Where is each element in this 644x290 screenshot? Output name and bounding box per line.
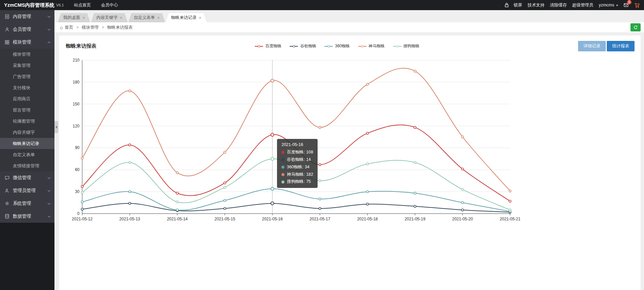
svg-text:150: 150: [73, 102, 79, 106]
sidebar-item-carousel[interactable]: 轮播图管理: [0, 116, 54, 127]
chevron-down-icon: ▾: [616, 3, 618, 7]
tab-desktop[interactable]: 我的桌面 ×: [58, 13, 90, 22]
svg-text:210: 210: [73, 58, 79, 63]
stats-report-button[interactable]: 统计报表: [607, 41, 635, 51]
svg-text:2021-05-12: 2021-05-12: [72, 217, 93, 221]
svg-text:2021-05-21: 2021-05-21: [500, 217, 521, 221]
submenu-label: 内容关键字: [13, 130, 35, 135]
sidebar-item-spider-log[interactable]: 蜘蛛来访记录: [0, 138, 54, 149]
mail-badge: 0: [627, 0, 631, 4]
user-icon: [4, 27, 10, 32]
close-icon[interactable]: ×: [83, 16, 85, 20]
tab-spider-log[interactable]: 蜘蛛来访记录 ×: [166, 13, 207, 22]
clear-cache-link[interactable]: 清除缓存: [550, 2, 567, 8]
sidebar-item-system-manage[interactable]: 系统管理: [0, 197, 54, 210]
legend-item-sogou[interactable]: 搜狗蜘蛛: [393, 43, 420, 49]
sidebar-item-data-manage[interactable]: 数据管理: [0, 210, 54, 223]
grid-icon: [4, 40, 10, 45]
chat-bubble-icon: [4, 175, 10, 180]
tab-label: 蜘蛛来访记录: [171, 15, 197, 21]
chevron-down-icon: [48, 27, 50, 30]
detail-records-button[interactable]: 详细记录: [578, 41, 606, 51]
chart-area: 03060901201501802102021-05-122021-05-132…: [59, 53, 641, 227]
sidebar-item-label: 微信管理: [13, 175, 31, 181]
sidebar-footer-area: [0, 223, 54, 290]
nav-site-home[interactable]: 站点首页: [74, 2, 91, 8]
sidebar-item-messages[interactable]: 留言管理: [0, 104, 54, 116]
document-icon: [4, 14, 10, 19]
svg-text:2021-05-18: 2021-05-18: [357, 217, 378, 221]
legend-item-shenma[interactable]: 神马蜘蛛: [358, 43, 385, 49]
tab-label: 内容关键字: [96, 15, 118, 21]
chevron-down-icon: [48, 214, 50, 217]
tab-custom-form[interactable]: 自定义表单 ×: [129, 13, 165, 22]
svg-text:2021-05-20: 2021-05-20: [452, 217, 473, 221]
sidebar-item-content-keywords[interactable]: 内容关键字: [0, 127, 54, 138]
sidebar-item-label: 系统管理: [13, 200, 31, 207]
close-icon[interactable]: ×: [120, 16, 122, 20]
legend-marker-icon: [290, 46, 298, 47]
sidebar-item-custom-form[interactable]: 自定义表单: [0, 149, 54, 160]
mail-button[interactable]: 0: [623, 2, 629, 8]
breadcrumb-module-manage: 模块管理: [73, 25, 98, 30]
legend-item-360[interactable]: 360蜘蛛: [324, 43, 350, 49]
submenu-label: 采集管理: [13, 63, 30, 68]
chevron-left-icon: [55, 126, 57, 128]
sidebar-item-ads[interactable]: 广告管理: [0, 71, 54, 82]
sidebar-item-label: 数据管理: [13, 213, 31, 219]
submenu-label: 广告管理: [13, 74, 30, 79]
database-icon: [4, 214, 10, 219]
legend-label: 神马蜘蛛: [369, 43, 385, 49]
tab-content-keywords[interactable]: 内容关键字 ×: [91, 13, 128, 22]
username-label: yzmcms: [599, 3, 614, 7]
page-title: 蜘蛛来访报表: [66, 43, 96, 49]
home-icon: ⌂: [60, 25, 63, 30]
sidebar-item-module[interactable]: 模块管理: [0, 49, 54, 60]
cart-button[interactable]: [634, 2, 640, 8]
sidebar-item-admin-manage[interactable]: 管理员管理: [0, 184, 54, 197]
refresh-icon: [633, 25, 638, 30]
sidebar-item-label: 管理员管理: [13, 188, 36, 194]
refresh-button[interactable]: [630, 23, 641, 31]
chevron-down-icon: [48, 189, 50, 191]
support-link[interactable]: 技术支持: [528, 2, 545, 8]
tab-label: 我的桌面: [63, 15, 80, 21]
submenu-label: 模块管理: [13, 52, 30, 57]
lock-screen-button[interactable]: 锁屏: [504, 2, 522, 8]
role-label: 超级管理员: [572, 2, 594, 8]
sidebar-item-label: 内容管理: [13, 14, 31, 20]
sidebar-item-friend-links[interactable]: 友情链接管理: [0, 160, 54, 171]
card-header: 蜘蛛来访报表 百度蜘蛛 谷歌蜘蛛 360蜘蛛: [59, 35, 641, 53]
sidebar-item-payment[interactable]: 支付模块: [0, 82, 54, 93]
svg-text:90: 90: [75, 145, 80, 150]
sidebar-item-member-manage[interactable]: 会员管理: [0, 23, 54, 36]
sidebar-item-app-store[interactable]: 应用商店: [0, 93, 54, 104]
user-menu[interactable]: yzmcms ▾: [599, 3, 618, 7]
sidebar-item-collect[interactable]: 采集管理: [0, 60, 54, 71]
sidebar-collapse-handle[interactable]: [54, 121, 58, 133]
legend-marker-icon: [324, 46, 333, 47]
svg-text:2021-05-13: 2021-05-13: [119, 217, 140, 221]
sidebar-item-label: 模块管理: [13, 39, 31, 45]
submenu-label: 应用商店: [13, 96, 30, 101]
breadcrumb-home[interactable]: 首页: [65, 25, 73, 30]
close-icon[interactable]: ×: [199, 16, 201, 20]
topbar: YzmCMS内容管理系统 V6.1 站点首页 会员中心 锁屏 技术支持 清除缓存…: [0, 0, 644, 10]
nav-member-center[interactable]: 会员中心: [101, 2, 118, 8]
sidebar-item-wechat-manage[interactable]: 微信管理: [0, 171, 54, 184]
legend-marker-icon: [358, 46, 367, 47]
breadcrumb-current: 蜘蛛来访报表: [99, 25, 133, 30]
svg-text:60: 60: [75, 167, 80, 172]
submenu-label: 留言管理: [13, 107, 30, 113]
legend-item-google[interactable]: 谷歌蜘蛛: [290, 43, 316, 49]
legend-marker-icon: [255, 46, 263, 47]
sidebar-item-content-manage[interactable]: 内容管理: [0, 10, 54, 23]
close-icon[interactable]: ×: [157, 16, 160, 20]
sidebar-item-module-manage[interactable]: 模块管理: [0, 36, 54, 49]
legend-item-baidu[interactable]: 百度蜘蛛: [255, 43, 281, 49]
chart-legend: 百度蜘蛛 谷歌蜘蛛 360蜘蛛 神马蜘蛛: [255, 43, 419, 49]
svg-text:2021-05-17: 2021-05-17: [309, 217, 330, 221]
svg-text:2021-05-15: 2021-05-15: [214, 217, 235, 221]
header-buttons: 详细记录 统计报表: [578, 41, 635, 51]
submenu-label: 友情链接管理: [13, 163, 39, 168]
